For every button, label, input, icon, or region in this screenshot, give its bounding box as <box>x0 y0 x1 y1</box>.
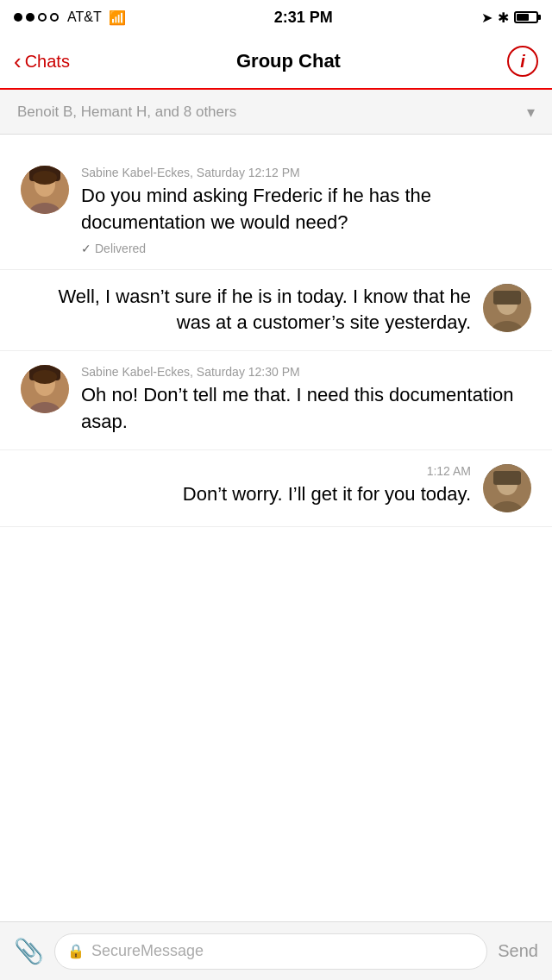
secure-icon: 🔒 <box>67 943 85 959</box>
info-button[interactable]: i <box>507 46 538 77</box>
sender-name: Sabine Kabel-Eckes <box>81 365 190 379</box>
svg-rect-8 <box>493 291 521 305</box>
nav-title: Group Chat <box>236 50 341 72</box>
attach-icon[interactable]: 📎 <box>14 937 44 965</box>
participants-text: Benoit B, Hemant H, and 8 others <box>17 104 236 121</box>
message-content: Sabine Kabel-Eckes, Saturday 12:30 PM Oh… <box>81 365 531 436</box>
message-text: Don’t worry. I’ll get it for you today. <box>21 481 471 508</box>
signal-dot-2 <box>26 13 34 22</box>
avatar <box>21 166 69 214</box>
message-incoming: Sabine Kabel-Eckes, Saturday 12:12 PM Do… <box>21 166 531 255</box>
clock: 2:31 PM <box>274 9 333 27</box>
message-time: Saturday 12:30 PM <box>197 365 300 379</box>
sender-name: Sabine Kabel-Eckes <box>81 166 190 179</box>
svg-point-13 <box>33 370 57 384</box>
wifi-icon: 📶 <box>109 9 126 26</box>
battery-icon <box>514 11 538 23</box>
message-row: 1:12 AM Don’t worry. I’ll get it for you… <box>0 450 552 527</box>
message-content: Sabine Kabel-Eckes, Saturday 12:12 PM Do… <box>81 166 531 255</box>
message-outgoing: Well, I wasn’t sure if he is in today. I… <box>21 284 531 337</box>
input-bar: 📎 🔒 SecureMessage Send <box>0 921 552 980</box>
message-text: Do you mind asking Frederic if he has th… <box>81 183 531 236</box>
input-placeholder: SecureMessage <box>91 942 204 960</box>
bluetooth-icon: ✱ <box>498 9 509 26</box>
participants-bar[interactable]: Benoit B, Hemant H, and 8 others ▾ <box>0 90 552 135</box>
signal-dot-3 <box>38 13 47 22</box>
nav-bar: ‹ Chats Group Chat i <box>0 35 552 90</box>
carrier-label: AT&T <box>67 9 102 25</box>
signal-area: AT&T 📶 <box>14 9 126 26</box>
checkmark-icon: ✓ <box>81 242 91 255</box>
participants-chevron-icon: ▾ <box>527 103 535 122</box>
avatar <box>21 365 69 413</box>
back-chevron-icon: ‹ <box>14 50 22 72</box>
info-icon: i <box>520 52 525 72</box>
svg-point-4 <box>33 171 57 185</box>
message-row: Well, I wasn’t sure if he is in today. I… <box>0 270 552 352</box>
message-meta: Sabine Kabel-Eckes, Saturday 12:30 PM <box>81 365 531 379</box>
message-text: Oh no! Don’t tell me that. I need this d… <box>81 382 531 436</box>
signal-dot-1 <box>14 13 22 22</box>
message-meta: Sabine Kabel-Eckes, Saturday 12:12 PM <box>81 166 531 179</box>
message-time: Saturday 12:12 PM <box>197 166 300 179</box>
send-button[interactable]: Send <box>498 941 538 961</box>
signal-dot-4 <box>50 13 59 22</box>
message-row: Sabine Kabel-Eckes, Saturday 12:12 PM Do… <box>0 152 552 270</box>
message-outgoing-content: Well, I wasn’t sure if he is in today. I… <box>21 284 471 337</box>
message-outgoing-content: 1:12 AM Don’t worry. I’ll get it for you… <box>21 464 471 508</box>
messages-area: Sabine Kabel-Eckes, Saturday 12:12 PM Do… <box>0 135 552 613</box>
message-input-field[interactable]: 🔒 SecureMessage <box>54 933 487 970</box>
message-outgoing: 1:12 AM Don’t worry. I’ll get it for you… <box>21 464 531 512</box>
avatar <box>483 464 531 512</box>
location-icon: ➤ <box>481 9 492 26</box>
message-row: Sabine Kabel-Eckes, Saturday 12:30 PM Oh… <box>0 351 552 450</box>
back-label: Chats <box>25 52 70 72</box>
message-meta: 1:12 AM <box>21 464 471 478</box>
avatar <box>483 284 531 332</box>
status-icons: ➤ ✱ <box>481 9 538 26</box>
delivery-status: Delivered <box>95 242 146 255</box>
message-status: ✓ Delivered <box>81 242 531 255</box>
message-text: Well, I wasn’t sure if he is in today. I… <box>21 284 471 337</box>
svg-rect-17 <box>493 471 521 485</box>
back-button[interactable]: ‹ Chats <box>14 50 70 72</box>
status-bar: AT&T 📶 2:31 PM ➤ ✱ <box>0 0 552 35</box>
message-incoming: Sabine Kabel-Eckes, Saturday 12:30 PM Oh… <box>21 365 531 436</box>
